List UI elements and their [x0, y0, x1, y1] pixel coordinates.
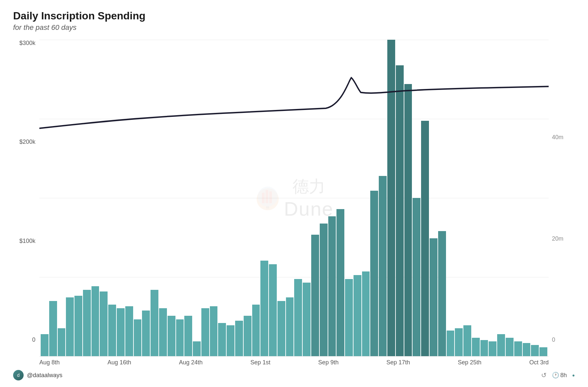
chart-subtitle: for the past 60 days	[13, 23, 575, 32]
x-label-sep17: Sep 17th	[386, 359, 410, 366]
chart-container: $300k $200k $100k 0	[13, 40, 575, 366]
plot-area: !!! 德力 Dune	[39, 40, 549, 356]
y-label-100k: $100k	[13, 238, 39, 245]
x-label-aug8: Aug 8th	[39, 359, 60, 366]
chart-title: Daily Inscription Spending	[13, 10, 575, 22]
cumulative-line-svg	[39, 40, 549, 356]
x-label-oct3: Oct 3rd	[529, 359, 549, 366]
author-name: @dataalways	[27, 372, 62, 379]
y-label-300k: $300k	[13, 40, 39, 47]
x-label-sep9: Sep 9th	[318, 359, 338, 366]
y-label-right-20m: 20m	[549, 235, 575, 242]
footer-right: ↺ 🕐 8h ●	[541, 371, 575, 379]
y-label-right-0: 0	[549, 336, 575, 343]
time-value: 8h	[560, 372, 567, 379]
x-axis: Aug 8th Aug 16th Aug 24th Sep 1st Sep 9t…	[13, 359, 575, 366]
footer-left: d @dataalways	[13, 370, 62, 380]
y-label-right-40m: 40m	[549, 134, 575, 141]
y-axis-right: 40m 20m 0	[549, 40, 575, 356]
y-label-200k: $200k	[13, 139, 39, 145]
time-badge: 🕐 8h	[552, 372, 567, 379]
author-avatar: d	[13, 370, 24, 380]
y-axis-left: $300k $200k $100k 0	[13, 40, 39, 356]
status-dot: ●	[572, 373, 575, 378]
x-label-aug24: Aug 24th	[179, 359, 203, 366]
footer: d @dataalways ↺ 🕐 8h ●	[13, 370, 575, 380]
refresh-icon[interactable]: ↺	[541, 371, 547, 379]
x-label-aug16: Aug 16th	[108, 359, 131, 366]
clock-icon: 🕐	[552, 372, 559, 379]
chart-area: $300k $200k $100k 0	[13, 40, 575, 356]
x-label-sep1: Sep 1st	[251, 359, 271, 366]
y-label-0: 0	[13, 336, 39, 343]
chart-header: Daily Inscription Spending for the past …	[13, 10, 575, 38]
x-label-sep25: Sep 25th	[458, 359, 481, 366]
